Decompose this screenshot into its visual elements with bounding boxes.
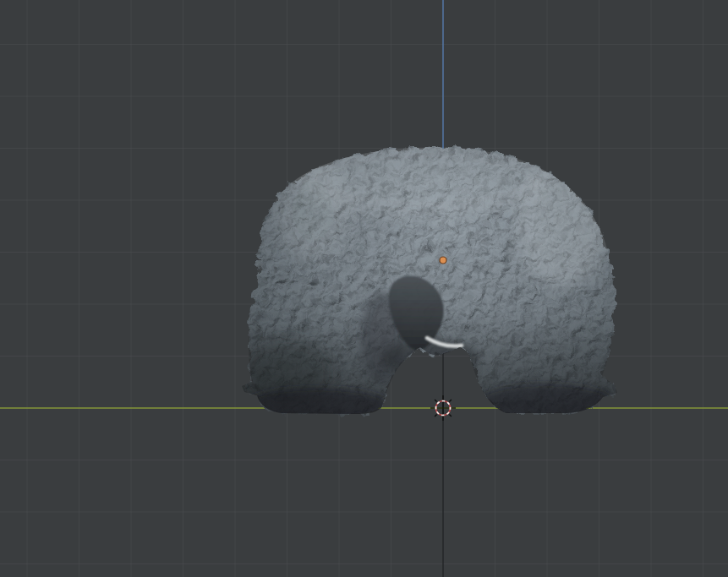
cursor-3d-icon	[430, 395, 456, 421]
viewport-3d[interactable]	[0, 0, 728, 577]
viewport-canvas	[0, 0, 728, 577]
object-origin-dot	[440, 257, 446, 264]
creature-mesh[interactable]	[237, 142, 634, 422]
